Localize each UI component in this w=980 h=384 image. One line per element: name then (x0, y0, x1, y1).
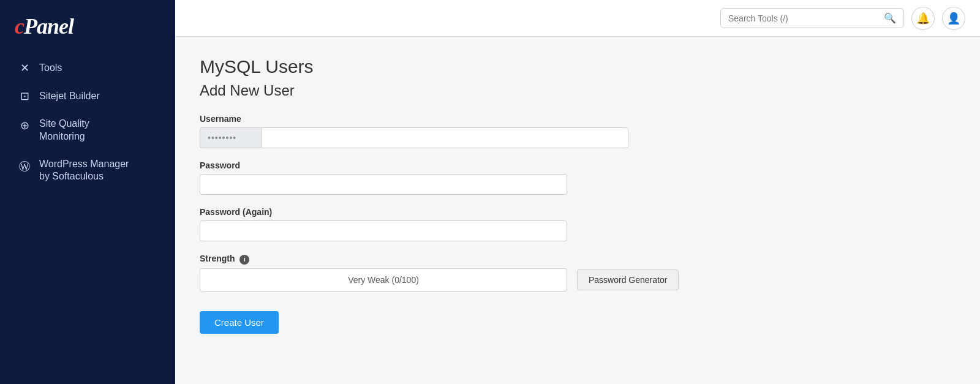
tools-icon: ✕ (17, 61, 32, 75)
create-user-button[interactable]: Create User (200, 311, 279, 334)
username-label: Username (200, 114, 956, 124)
page-title: MySQL Users (200, 56, 956, 77)
search-input[interactable] (728, 13, 879, 23)
sidebar-item-sitejet[interactable]: ⊡ Sitejet Builder (10, 83, 165, 109)
wordpress-icon: Ⓦ (17, 159, 32, 174)
section-title: Add New User (200, 82, 956, 99)
bell-icon: 🔔 (916, 12, 930, 25)
username-input[interactable] (261, 127, 628, 148)
password-generator-button[interactable]: Password Generator (577, 269, 679, 290)
sidebar-item-tools[interactable]: ✕ Tools (10, 55, 165, 81)
search-icon: 🔍 (884, 12, 896, 24)
username-prefix: •••••••• (200, 127, 261, 148)
strength-value: Very Weak (0/100) (348, 275, 419, 285)
notifications-button[interactable]: 🔔 (911, 7, 935, 30)
strength-info-icon[interactable]: i (239, 255, 249, 265)
sidebar: cPanel ✕ Tools ⊡ Sitejet Builder ⊕ Site … (0, 0, 175, 384)
sidebar-item-label: Sitejet Builder (39, 90, 100, 103)
sidebar-navigation: ✕ Tools ⊡ Sitejet Builder ⊕ Site Quality… (0, 50, 175, 194)
password-again-label: Password (Again) (200, 207, 956, 217)
strength-field-group: Strength i Very Weak (0/100) Password Ge… (200, 254, 956, 292)
content-area: MySQL Users Add New User Username ••••••… (175, 37, 980, 384)
strength-bar: Very Weak (0/100) (200, 268, 567, 292)
cpanel-logo: cPanel (0, 0, 175, 50)
username-input-row: •••••••• (200, 127, 956, 148)
search-magnify-icon: ⊕ (17, 119, 32, 132)
user-account-button[interactable]: 👤 (942, 7, 965, 30)
sitejet-icon: ⊡ (17, 89, 32, 103)
strength-row: Very Weak (0/100) Password Generator (200, 268, 956, 292)
password-input[interactable] (200, 174, 567, 195)
password-again-field-group: Password (Again) (200, 207, 956, 241)
username-field-group: Username •••••••• (200, 114, 956, 148)
sidebar-item-wordpress[interactable]: Ⓦ WordPress Managerby Softaculous (10, 152, 165, 190)
sidebar-item-label: Site QualityMonitoring (39, 118, 89, 143)
sidebar-item-site-quality[interactable]: ⊕ Site QualityMonitoring (10, 111, 165, 149)
strength-label: Strength i (200, 254, 956, 265)
sidebar-item-label: Tools (39, 62, 62, 75)
sidebar-item-label: WordPress Managerby Softaculous (39, 158, 129, 184)
password-field-group: Password (200, 160, 956, 195)
user-icon: 👤 (947, 12, 960, 25)
header: 🔍 🔔 👤 (175, 0, 980, 37)
password-again-input[interactable] (200, 220, 567, 241)
search-box[interactable]: 🔍 (720, 8, 904, 28)
password-label: Password (200, 160, 956, 170)
main-content: 🔍 🔔 👤 MySQL Users Add New User Username … (175, 0, 980, 384)
